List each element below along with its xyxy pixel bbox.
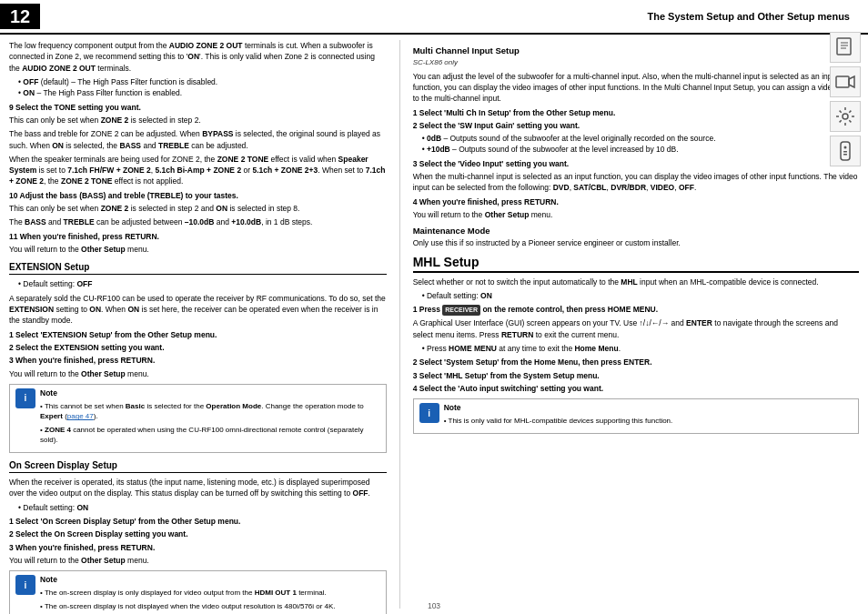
ext-note2: • ZONE 4 cannot be operated when using t… — [40, 425, 380, 446]
mhl-step3: 3 Select 'MHL Setup' from the System Set… — [413, 370, 859, 381]
onscreen-text: When the receiver is operated, its statu… — [9, 477, 387, 499]
mhl-text1: Select whether or not to switch the inpu… — [413, 277, 859, 287]
ext-step1: 1 Select 'EXTENSION Setup' from the Othe… — [9, 329, 387, 340]
icon-box-2 — [830, 66, 861, 97]
note-content: Note • This cannot be set when Basic is … — [40, 388, 380, 448]
onscreen-step3: 3 When you're finished, press RETURN. — [9, 542, 387, 553]
book-icon — [834, 36, 856, 58]
svg-rect-10 — [843, 154, 847, 156]
ext-step2: 2 Select the EXTENSION setting you want. — [9, 342, 387, 353]
mhl-step1-sub-list: Press HOME MENU at any time to exit the … — [413, 343, 859, 354]
step10-text2: The BASS and TREBLE can be adjusted betw… — [9, 216, 387, 227]
multi-step4: 4 When you're finished, press RETURN. — [413, 196, 859, 207]
step10: 10 Adjust the bass (BASS) and treble (TR… — [9, 190, 387, 201]
multi-title: Multi Channel Input Setup — [413, 45, 859, 55]
maintenance-text: Only use this if so instructed by a Pion… — [413, 237, 859, 248]
mhl-step4: 4 Select the 'Auto input switching' sett… — [413, 383, 859, 394]
svg-point-6 — [843, 114, 848, 119]
onscreen-step2: 2 Select the On Screen Display setting y… — [9, 528, 387, 539]
remote-icon — [834, 140, 856, 162]
page-link[interactable]: page 47 — [67, 412, 94, 420]
onscreen-note1: • The on-screen display is only displaye… — [40, 588, 336, 599]
audio-icon — [834, 71, 856, 93]
multi-bullet2: +10dB – Outputs sound of the subwoofer a… — [422, 144, 859, 155]
svg-rect-0 — [837, 38, 851, 55]
step9-text2: The bass and treble for ZONE 2 can be ad… — [9, 128, 387, 151]
footer: 103 — [0, 601, 868, 610]
multi-bullet1: 0dB – Outputs sound of the subwoofer at … — [422, 133, 859, 144]
mhl-default: Default setting: ON — [422, 290, 859, 301]
multi-step2: 2 Select the 'SW Input Gain' setting you… — [413, 120, 859, 131]
svg-rect-4 — [836, 76, 849, 87]
icon-box-4 — [830, 136, 861, 166]
extension-default: Default setting: OFF — [18, 278, 387, 289]
bullet-list-intro: OFF (default) – The High Pass Filter fun… — [9, 76, 387, 99]
icon-box-1 — [830, 32, 861, 63]
onscreen-step1: 1 Select 'On Screen Display Setup' from … — [9, 516, 387, 527]
onscreen-default-list: Default setting: ON — [9, 502, 387, 513]
header-title: The System Setup and Other Setup menus — [648, 11, 858, 22]
svg-marker-5 — [849, 76, 854, 87]
svg-rect-9 — [843, 151, 847, 153]
step9: 9 Select the TONE setting you want. — [9, 102, 387, 113]
svg-point-8 — [844, 146, 847, 149]
mhl-step2: 2 Select 'System Setup' from the Home Me… — [413, 357, 859, 367]
onscreen-default: Default setting: ON — [18, 502, 387, 513]
mhl-step1: 1 Press RECEIVER on the remote control, … — [413, 304, 859, 316]
step11: 11 When you're finished, press RETURN. — [9, 231, 387, 242]
mhl-default-list: Default setting: ON — [413, 290, 859, 301]
mhl-step1-text: A Graphical User Interface (GUI) screen … — [413, 317, 859, 340]
settings-icon — [834, 106, 856, 127]
ext-step3-text: You will return to the Other Setup menu. — [9, 368, 387, 379]
multi-step3: 3 Select the 'Video Input' setting you w… — [413, 158, 859, 169]
page-number-footer: 103 — [428, 601, 440, 610]
extension-note-box: i Note • This cannot be set when Basic i… — [9, 384, 387, 453]
mhl-note-content: Note • This is only valid for MHL-compat… — [444, 403, 673, 428]
right-icons — [830, 32, 861, 166]
intro-paragraph: The low frequency component output from … — [9, 40, 387, 74]
left-column: The low frequency component output from … — [9, 40, 400, 609]
header-left: 12 — [0, 4, 40, 29]
onscreen-step3-text: You will return to the Other Setup menu. — [9, 555, 387, 566]
multi-step4-text: You will return to the Other Setup menu. — [413, 209, 859, 220]
step9-text1: This can only be set when ZONE 2 is sele… — [9, 115, 387, 126]
note-icon-3: i — [419, 403, 439, 423]
multi-step3-text: When the multi-channel input is selected… — [413, 171, 859, 194]
icon-box-3 — [830, 101, 861, 132]
content-area: The low frequency component output from … — [0, 40, 868, 609]
page: 12 The System Setup and Other Setup menu… — [0, 0, 868, 614]
note-icon: i — [15, 388, 35, 408]
note-label-2: Note — [40, 575, 336, 586]
chapter-number: 12 — [0, 4, 40, 29]
note-icon-2: i — [15, 575, 35, 595]
extension-text: A separately sold the CU-RF100 can be us… — [9, 293, 387, 327]
extension-default-list: Default setting: OFF — [9, 278, 387, 289]
step10-text1: This can only be set when ZONE 2 is sele… — [9, 203, 387, 214]
onscreen-title: On Screen Display Setup — [9, 460, 387, 473]
bullet-item: ON – The High Pass Filter function is en… — [18, 87, 387, 98]
multi-step1: 1 Select 'Multi Ch In Setup' from the Ot… — [413, 107, 859, 118]
mhl-step1-sub: Press HOME MENU at any time to exit the … — [422, 343, 859, 354]
step9-note: When the speaker terminals are being use… — [9, 154, 387, 187]
extension-title: EXTENSION Setup — [9, 262, 387, 275]
maintenance-title: Maintenance Mode — [413, 226, 859, 236]
note-label-3: Note — [444, 403, 673, 414]
ext-note1: • This cannot be set when Basic is selec… — [40, 401, 380, 422]
mhl-note-box: i Note • This is only valid for MHL-comp… — [413, 398, 859, 433]
header: 12 The System Setup and Other Setup menu… — [0, 0, 868, 35]
step11-text: You will return to the Other Setup menu. — [9, 244, 387, 255]
bullet-item: OFF (default) – The High Pass Filter fun… — [18, 76, 387, 87]
mhl-note: • This is only valid for MHL-compatible … — [444, 416, 673, 427]
multi-step2-bullets: 0dB – Outputs sound of the subwoofer at … — [413, 133, 859, 156]
right-column: Multi Channel Input Setup SC-LX86 only Y… — [400, 40, 859, 609]
mhl-title: MHL Setup — [413, 255, 859, 273]
sc-label: SC-LX86 only — [413, 57, 859, 68]
note-label: Note — [40, 388, 380, 399]
ext-step3: 3 When you're finished, press RETURN. — [9, 355, 387, 366]
multi-text1: You can adjust the level of the subwoofe… — [413, 71, 859, 105]
